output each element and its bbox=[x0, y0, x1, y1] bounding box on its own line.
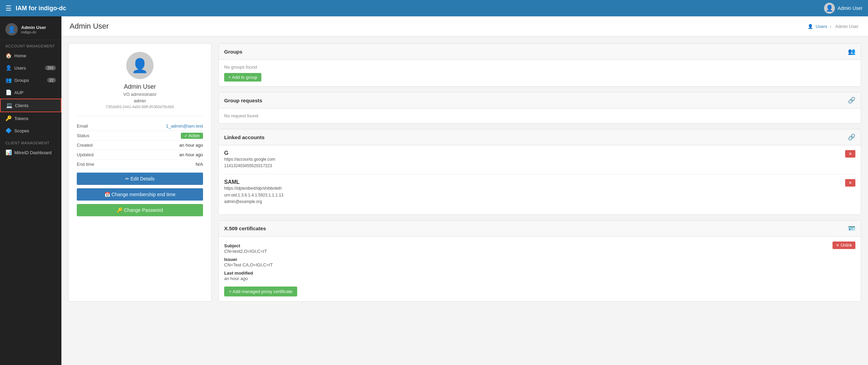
status-badge: ✓ Active bbox=[181, 133, 203, 139]
updated-value: an hour ago bbox=[179, 152, 203, 157]
cert-issuer: Issuer CN=Test CA,O=IGI,C=IT bbox=[224, 255, 833, 269]
add-to-group-button[interactable]: + Add to group bbox=[224, 73, 261, 82]
sidebar-item-users-label: Users bbox=[14, 65, 26, 71]
edit-details-button[interactable]: ✏ Edit Details bbox=[77, 173, 203, 185]
sidebar-item-clients[interactable]: 💻 Clients bbox=[0, 99, 61, 112]
google-unlink-button[interactable]: ✕ bbox=[845, 150, 855, 158]
tokens-icon: 🔑 bbox=[5, 115, 11, 121]
navbar-right: 👤 Admin User bbox=[824, 3, 863, 14]
sidebar-item-aup-label: AUP bbox=[14, 90, 24, 95]
menu-icon[interactable]: ☰ bbox=[5, 4, 12, 12]
groups-icon: 👥 bbox=[5, 77, 11, 83]
sidebar-item-home-label: Home bbox=[14, 53, 26, 58]
profile-role: VO administrator bbox=[77, 92, 203, 97]
email-label: Email bbox=[77, 123, 107, 129]
info-row-status: Status ✓ Active bbox=[77, 131, 203, 141]
page-title: Admin User bbox=[70, 22, 109, 31]
sidebar-item-aup[interactable]: 📄 AUP bbox=[0, 86, 61, 99]
add-proxy-certificate-button[interactable]: + Add managed proxy certificate bbox=[224, 287, 297, 296]
info-row-updated: Updated an hour ago bbox=[77, 150, 203, 160]
linked-accounts-title: Linked accounts bbox=[224, 134, 264, 140]
linked-accounts-header: Linked accounts 🔗 bbox=[219, 129, 861, 145]
x509-panel-icon: 🪪 bbox=[848, 225, 855, 232]
cert-unlink-button[interactable]: ✕ Unlink bbox=[833, 242, 855, 249]
sidebar-item-mitreid[interactable]: 📊 MitreID Dashboard bbox=[0, 146, 61, 159]
x509-panel-header: X.509 certificates 🪪 bbox=[219, 221, 861, 237]
sidebar-user-org: indigo-dc bbox=[21, 30, 46, 34]
google-account-id: 11413240345552031722​3 bbox=[224, 163, 275, 169]
groups-panel-header: Groups 👥 bbox=[219, 44, 861, 60]
linked-accounts-panel: Linked accounts 🔗 G https://accounts.goo… bbox=[218, 129, 861, 215]
groups-empty: No groups found bbox=[224, 64, 855, 70]
avatar: 👤 bbox=[824, 3, 835, 14]
profile-uuid: 73f16d93-2441-4a50-88ff-85360d78c6b5 bbox=[77, 105, 203, 109]
sidebar-item-groups-label: Groups bbox=[14, 78, 29, 83]
status-label: Status bbox=[77, 133, 107, 138]
created-label: Created bbox=[77, 143, 107, 148]
profile-avatar: 👤 bbox=[126, 52, 154, 79]
breadcrumb-users-icon: 👤 bbox=[808, 24, 813, 29]
profile-name: Admin User bbox=[77, 83, 203, 90]
groups-panel-body: No groups found + Add to group bbox=[219, 60, 861, 86]
x509-panel: X.509 certificates 🪪 Subject CN=test2,O=… bbox=[218, 220, 861, 302]
linked-account-saml: SAML https://idptestbed/idp/shibboleth u… bbox=[224, 179, 855, 210]
breadcrumb-users-link[interactable]: Users bbox=[816, 24, 827, 29]
saml-account-email: admin@example.org bbox=[224, 199, 283, 205]
change-password-button[interactable]: 🔑 Change Password bbox=[77, 204, 203, 216]
mitreid-icon: 📊 bbox=[5, 149, 11, 156]
group-requests-panel-header: Group requests 🔗 bbox=[219, 92, 861, 108]
aup-icon: 📄 bbox=[5, 89, 11, 96]
cert-modified-value: an hour ago bbox=[224, 276, 248, 281]
sidebar: 👤 Admin User indigo-dc Account Managemen… bbox=[0, 16, 61, 365]
x509-panel-body: Subject CN=test2,O=IGI,C=IT Issuer CN=Te… bbox=[219, 237, 861, 301]
group-requests-panel: Group requests 🔗 No request found bbox=[218, 92, 861, 123]
sidebar-item-mitreid-label: MitreID Dashboard bbox=[14, 150, 52, 155]
saml-account-oid: urn:oid:1.3.6.1.4.1.5923.1.1.1.13 bbox=[224, 192, 283, 199]
cert-modified-label: Last modified bbox=[224, 271, 253, 276]
group-requests-body: No request found bbox=[219, 108, 861, 123]
profile-username: admin bbox=[77, 98, 203, 103]
cert-entry: Subject CN=test2,O=IGI,C=IT Issuer CN=Te… bbox=[224, 242, 855, 282]
saml-account-type: SAML bbox=[224, 179, 283, 185]
sidebar-user-name: Admin User bbox=[21, 25, 46, 30]
group-requests-icon: 🔗 bbox=[848, 97, 855, 104]
group-requests-empty: No request found bbox=[224, 113, 855, 118]
sidebar-item-tokens[interactable]: 🔑 Tokens bbox=[0, 112, 61, 125]
sidebar-avatar: 👤 bbox=[5, 23, 18, 35]
endtime-label: End time bbox=[77, 162, 107, 167]
sidebar-item-scopes[interactable]: 🔷 Scopes bbox=[0, 125, 61, 137]
saml-unlink-button[interactable]: ✕ bbox=[845, 179, 855, 187]
sidebar-item-clients-label: Clients bbox=[15, 103, 29, 108]
updated-label: Updated bbox=[77, 152, 107, 157]
sidebar-user-section: 👤 Admin User indigo-dc bbox=[0, 19, 61, 40]
cert-issuer-value: CN=Test CA,O=IGI,C=IT bbox=[224, 262, 273, 267]
info-table: Email 1_admin@iam.test Status ✓ Active C… bbox=[77, 121, 203, 169]
change-membership-button[interactable]: 📅 Change membership end time bbox=[77, 188, 203, 201]
main-content: Admin User 👤 Users › Admin User 👤 Admin … bbox=[61, 16, 868, 365]
users-badge: 255 bbox=[45, 65, 56, 70]
cert-subject: Subject CN=test2,O=IGI,C=IT bbox=[224, 242, 833, 255]
google-account-type: G bbox=[224, 150, 275, 156]
info-row-created: Created an hour ago bbox=[77, 141, 203, 150]
cert-last-modified: Last modified an hour ago bbox=[224, 269, 833, 282]
sidebar-item-users[interactable]: 👤 Users 255 bbox=[0, 62, 61, 74]
navbar-left: ☰ IAM for indigo-dc bbox=[5, 4, 66, 12]
google-account-url: https://accounts.google.com bbox=[224, 156, 275, 163]
cert-issuer-label: Issuer bbox=[224, 257, 237, 262]
linked-accounts-icon: 🔗 bbox=[848, 133, 855, 141]
linked-account-google: G https://accounts.google.com 1141324034… bbox=[224, 150, 855, 174]
scopes-icon: 🔷 bbox=[5, 128, 11, 134]
saml-account-url: https://idptestbed/idp/shibboleth bbox=[224, 185, 283, 192]
groups-panel: Groups 👥 No groups found + Add to group bbox=[218, 43, 861, 87]
sidebar-item-home[interactable]: 🏠 Home bbox=[0, 49, 61, 62]
left-panel: 👤 Admin User VO administrator admin 73f1… bbox=[68, 43, 212, 302]
x509-panel-title: X.509 certificates bbox=[224, 225, 266, 231]
page-header: Admin User 👤 Users › Admin User bbox=[61, 16, 868, 36]
groups-badge: 22 bbox=[47, 78, 56, 83]
profile-section: 👤 Admin User VO administrator admin 73f1… bbox=[77, 52, 203, 116]
breadcrumb-current: Admin User bbox=[835, 24, 858, 29]
navbar-title: IAM for indigo-dc bbox=[16, 5, 66, 12]
cert-subject-label: Subject bbox=[224, 243, 240, 248]
sidebar-item-groups[interactable]: 👥 Groups 22 bbox=[0, 74, 61, 86]
email-link[interactable]: 1_admin@iam.test bbox=[166, 123, 203, 129]
